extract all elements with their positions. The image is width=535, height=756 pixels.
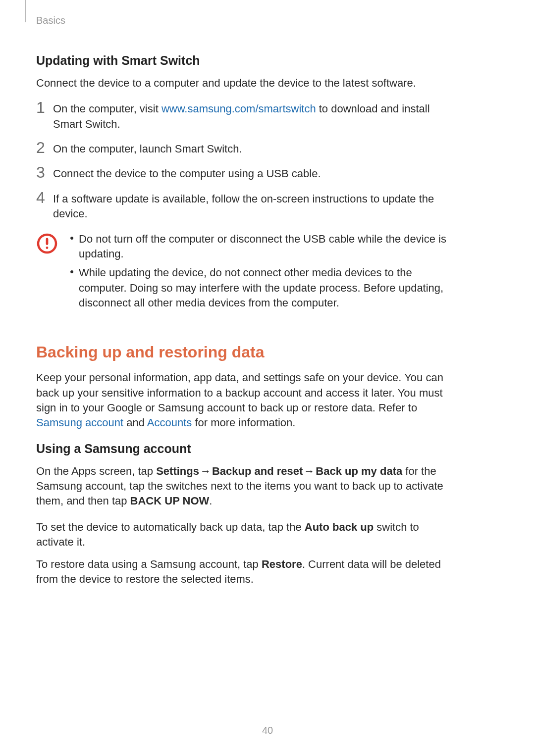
text-fragment: . [209,495,212,507]
ui-label-backup-now: BACK UP NOW [130,495,210,507]
text-fragment: On the computer, visit [53,102,161,115]
step-number: 3 [36,164,53,180]
subheading-samsung-account: Using a Samsung account [36,442,452,456]
step-2: 2 On the computer, launch Smart Switch. [36,142,452,156]
page-content: Updating with Smart Switch Connect the d… [36,53,452,598]
step-text: If a software update is available, follo… [53,192,452,222]
text-fragment: and [123,416,147,429]
step-text: Connect the device to the computer using… [53,166,452,181]
text-fragment: To set the device to automatically back … [36,521,305,533]
heading-backup-restore: Backing up and restoring data [36,343,452,361]
list-item: • While updating the device, do not conn… [68,265,452,310]
header-divider [25,0,26,22]
bullet-icon: • [68,231,76,246]
link-accounts[interactable]: Accounts [147,416,192,429]
step-number: 1 [36,100,53,115]
arrow-icon: → [199,464,212,479]
document-page: Basics Updating with Smart Switch Connec… [0,0,535,756]
link-smartswitch[interactable]: www.samsung.com/smartswitch [161,102,316,115]
bullet-text: Do not turn off the computer or disconne… [79,232,452,262]
ui-label-backup-reset: Backup and reset [212,465,303,477]
page-number: 40 [0,725,535,736]
svg-rect-1 [46,238,49,245]
text-fragment: On the Apps screen, tap [36,465,156,477]
paragraph-intro-a: Connect the device to a computer and upd… [36,76,452,91]
svg-rect-2 [46,247,49,249]
paragraph-b3: To restore data using a Samsung account,… [36,557,452,587]
caution-callout: • Do not turn off the computer or discon… [36,232,452,315]
bullet-text: While updating the device, do not connec… [79,265,452,310]
page-header: Basics [0,0,535,30]
step-number: 2 [36,140,53,155]
text-fragment: Keep your personal information, app data… [36,371,443,414]
subheading-smart-switch: Updating with Smart Switch [36,53,452,68]
step-text: On the computer, visit www.samsung.com/s… [53,101,452,132]
paragraph-b2: To set the device to automatically back … [36,520,452,550]
step-text: On the computer, launch Smart Switch. [53,142,452,156]
ui-label-restore: Restore [262,558,302,570]
step-1: 1 On the computer, visit www.samsung.com… [36,101,452,132]
arrow-icon: → [303,464,316,479]
list-item: • Do not turn off the computer or discon… [68,232,452,262]
caution-list: • Do not turn off the computer or discon… [68,232,452,315]
bullet-icon: • [68,264,76,279]
ui-label-auto-backup: Auto back up [305,521,374,533]
text-fragment: for more information. [192,416,295,429]
ui-label-backup-my-data: Back up my data [316,465,402,477]
breadcrumb: Basics [36,15,65,26]
ui-label-settings: Settings [156,465,199,477]
paragraph-b1: On the Apps screen, tap Settings → Backu… [36,464,452,509]
step-4: 4 If a software update is available, fol… [36,192,452,222]
paragraph-intro-b: Keep your personal information, app data… [36,370,452,430]
text-fragment: To restore data using a Samsung account,… [36,558,262,570]
caution-icon [36,233,58,256]
ordered-steps: 1 On the computer, visit www.samsung.com… [36,101,452,221]
step-3: 3 Connect the device to the computer usi… [36,166,452,181]
step-number: 4 [36,190,53,205]
link-samsung-account[interactable]: Samsung account [36,416,123,429]
